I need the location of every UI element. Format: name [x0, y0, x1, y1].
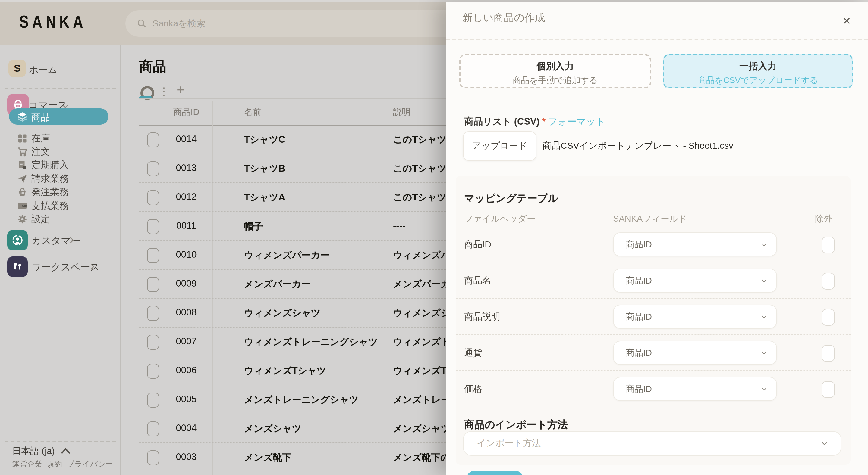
file-header-label: 商品名 — [464, 275, 491, 286]
row-checkbox[interactable] — [147, 190, 159, 205]
mapping-table-title: マッピングテーブル — [464, 192, 558, 205]
row-checkbox[interactable] — [147, 161, 159, 176]
row-checkbox[interactable] — [147, 450, 159, 465]
sidebar-separator — [5, 88, 116, 89]
cell-name[interactable]: メンズシャツ — [244, 422, 301, 435]
mapping-row: 通貨 商品ID — [456, 335, 850, 371]
wallet-icon — [17, 201, 28, 211]
mode-card-bulk-selected[interactable]: 一括入力 商品をCSVでアップロードする — [663, 54, 853, 89]
chevron-up-icon[interactable] — [60, 447, 71, 454]
global-search-input[interactable]: Sankaを検索 — [125, 10, 463, 37]
exclude-checkbox[interactable] — [822, 345, 835, 362]
select-value: 商品ID — [626, 383, 652, 395]
format-link[interactable]: フォーマット — [548, 115, 605, 128]
cell-name[interactable]: メンズ靴下 — [244, 451, 291, 464]
sidebar-item-orders[interactable]: 注文 — [31, 146, 50, 158]
submit-button[interactable] — [467, 471, 523, 475]
column-header-product-id[interactable]: 商品ID — [173, 107, 199, 118]
row-checkbox[interactable] — [147, 393, 159, 408]
gear-icon — [17, 214, 28, 225]
row-checkbox[interactable] — [147, 421, 159, 437]
chevron-right-icon[interactable] — [67, 236, 76, 244]
sidebar-item-invoicing[interactable]: 請求業務 — [31, 173, 69, 185]
sidebar-item-home[interactable]: ホーム — [29, 64, 57, 76]
cell-name[interactable]: TシャツC — [244, 134, 285, 146]
cell-name[interactable]: ウィメンズパーカー — [244, 249, 330, 262]
mapping-row: 商品ID 商品ID — [456, 226, 850, 263]
row-checkbox[interactable] — [147, 277, 159, 292]
file-header-label: 通貨 — [464, 347, 482, 359]
customer-icon[interactable] — [7, 230, 28, 250]
exclude-checkbox[interactable] — [822, 381, 835, 398]
cart-icon — [17, 146, 28, 157]
add-view-button[interactable]: + — [177, 82, 185, 98]
sanka-field-select[interactable]: 商品ID — [613, 341, 777, 365]
table-row[interactable]: 0006 ウィメンズTシャツ ウィメンズTシ — [139, 357, 446, 385]
create-product-modal: 新しい商品の作成 ✕ 個別入力 商品を手動で追加する 一括入力 商品をCSVでア… — [446, 2, 868, 475]
chevron-down-icon — [760, 277, 768, 284]
row-checkbox[interactable] — [147, 306, 159, 321]
cell-name[interactable]: メンズパーカー — [244, 278, 311, 291]
footer-link-company[interactable]: 運営企業 — [12, 460, 42, 470]
cell-name[interactable]: ウィメンズトレーニングシャツ — [244, 336, 378, 348]
sidebar-item-payments[interactable]: 支払業務 — [31, 200, 69, 212]
language-selector[interactable]: 日本語 (ja) — [12, 445, 55, 457]
import-method-select[interactable]: インポート方法 — [463, 431, 841, 456]
kebab-menu-icon[interactable]: ⋮ — [158, 85, 169, 98]
mapping-column-file-header: ファイルヘッダー — [464, 213, 535, 225]
table-row[interactable]: 0008 ウィメンズシャツ ウィメンズシャ — [139, 299, 446, 328]
table-row[interactable]: 0005 メンズトレーニングシャツ メンズトレーニ — [139, 385, 446, 414]
footer-link-privacy[interactable]: プライバシー — [67, 460, 113, 470]
row-checkbox[interactable] — [147, 364, 159, 379]
cell-name[interactable]: 帽子 — [244, 220, 263, 233]
layers-icon — [16, 111, 28, 123]
table-row[interactable]: 0013 TシャツB このTシャツは — [139, 154, 446, 183]
chevron-down-icon — [760, 349, 768, 357]
table-row[interactable]: 0004 メンズシャツ メンズシャツの — [139, 414, 446, 443]
sidebar-item-inventory[interactable]: 在庫 — [31, 132, 50, 145]
cell-name[interactable]: ウィメンズシャツ — [244, 307, 321, 320]
sanka-field-select[interactable]: 商品ID — [613, 377, 777, 401]
mapping-row: 商品名 商品ID — [456, 263, 850, 299]
sanka-field-select[interactable]: 商品ID — [613, 269, 777, 293]
cell-name[interactable]: メンズトレーニングシャツ — [244, 394, 359, 406]
table-row[interactable]: 0011 帽子 ---- — [139, 212, 446, 241]
cell-name[interactable]: TシャツA — [244, 192, 285, 204]
sidebar-item-purchasing[interactable]: 発注業務 — [31, 186, 69, 199]
app-window: SANKA Sankaを検索 S ホーム コマース 商品 — [0, 0, 868, 475]
sidebar-item-settings[interactable]: 設定 — [31, 213, 50, 226]
exclude-checkbox[interactable] — [822, 237, 835, 253]
upload-button[interactable]: アップロード — [463, 131, 536, 161]
column-header-description[interactable]: 説明 — [393, 107, 410, 118]
cell-name[interactable]: TシャツB — [244, 163, 285, 175]
row-checkbox[interactable] — [147, 219, 159, 234]
chevron-right-icon[interactable] — [88, 263, 96, 271]
exclude-checkbox[interactable] — [822, 309, 835, 326]
table-row[interactable]: 0007 ウィメンズトレーニングシャツ ウィメンズトレ — [139, 328, 446, 357]
table-row[interactable]: 0003 メンズ靴下 メンズ靴下のテ — [139, 443, 446, 472]
purchase-basket-icon — [17, 186, 28, 198]
sidebar-item-subscriptions[interactable]: 定期購入 — [31, 159, 69, 172]
table-row[interactable]: 0012 TシャツA このTシャツは — [139, 183, 446, 212]
footer-link-terms[interactable]: 規約 — [47, 460, 62, 470]
exclude-checkbox[interactable] — [822, 273, 835, 290]
table-row[interactable]: 0014 TシャツC このTシャツは — [139, 125, 446, 154]
mode-card-individual[interactable]: 個別入力 商品を手動で追加する — [459, 54, 651, 89]
row-checkbox[interactable] — [147, 335, 159, 350]
workspace-avatar[interactable]: S — [8, 60, 26, 77]
table-row[interactable]: 0010 ウィメンズパーカー ウィメンズパー — [139, 241, 446, 270]
csv-field-label: 商品リスト (CSV) — [464, 115, 539, 128]
cell-description: ---- — [393, 220, 405, 231]
sanka-field-select[interactable]: 商品ID — [613, 305, 777, 329]
row-checkbox[interactable] — [147, 248, 159, 263]
sanka-field-select[interactable]: 商品ID — [613, 232, 777, 257]
table-row[interactable]: 0009 メンズパーカー メンズパーカー — [139, 270, 446, 299]
cell-name[interactable]: ウィメンズTシャツ — [244, 365, 327, 377]
workspace-icon[interactable] — [7, 257, 28, 277]
column-header-name[interactable]: 名前 — [244, 107, 261, 118]
inventory-grid-icon — [17, 133, 28, 144]
row-checkbox[interactable] — [147, 132, 159, 147]
close-icon[interactable]: ✕ — [842, 14, 851, 28]
mode-card-title: 個別入力 — [461, 60, 650, 73]
chevron-down-icon — [760, 313, 768, 320]
